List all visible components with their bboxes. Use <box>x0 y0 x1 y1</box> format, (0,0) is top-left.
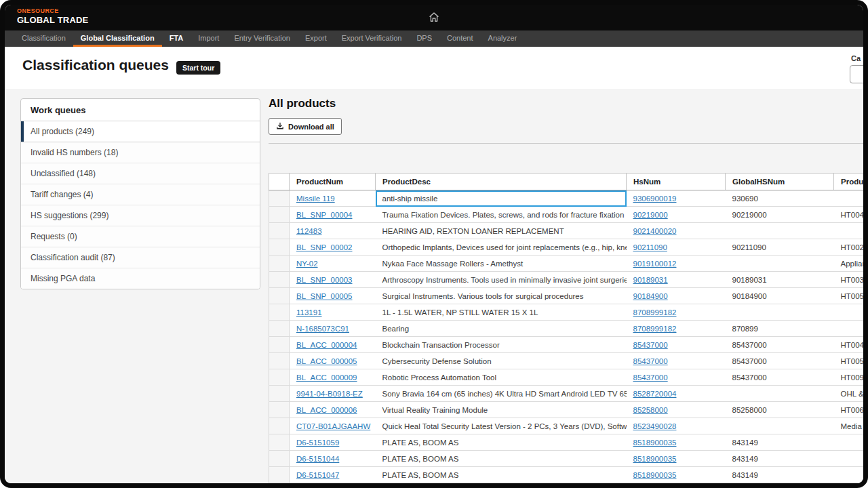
row-select-cell[interactable] <box>269 239 290 256</box>
productdesc-cell[interactable]: Arthroscopy Instruments. Tools used in m… <box>376 272 627 288</box>
work-queue-item[interactable]: Tariff changes (4) <box>21 184 260 205</box>
row-select-cell[interactable] <box>269 386 290 402</box>
row-select-cell[interactable] <box>269 321 290 337</box>
productdesc-cell[interactable]: Bearing <box>376 321 627 337</box>
productnum-link[interactable]: BL_ACC_000005 <box>296 357 357 365</box>
col-productdesc[interactable]: ProductDesc <box>376 174 627 190</box>
hsnum-link[interactable]: 85437000 <box>633 373 668 382</box>
productnum-link[interactable]: 113191 <box>296 308 322 317</box>
productdesc-cell[interactable]: PLATE AS, BOOM AS <box>376 434 627 451</box>
productdesc-cell[interactable]: Virtual Reality Training Module <box>376 402 627 418</box>
productdesc-cell[interactable]: Trauma Fixation Devices. Plates, screws,… <box>376 207 627 223</box>
nav-tab[interactable]: DPS <box>409 30 439 47</box>
productnum-link[interactable]: D6-5151047 <box>296 471 339 479</box>
productdesc-cell[interactable]: Nykaa Face Massage Rollers - Amethyst <box>376 256 627 272</box>
row-select-cell[interactable] <box>269 337 290 353</box>
productnum-link[interactable]: Missile 119 <box>296 195 335 203</box>
hsnum-link[interactable]: 8518900035 <box>633 471 677 479</box>
row-select-cell[interactable] <box>269 288 290 304</box>
row-select-cell[interactable] <box>269 369 290 386</box>
hsnum-link[interactable]: 8528720004 <box>633 390 677 398</box>
work-queue-item[interactable]: Requests (0) <box>21 226 260 247</box>
nav-tab[interactable]: Classification <box>14 30 73 47</box>
hsnum-link[interactable]: 8708999182 <box>633 308 677 317</box>
hsnum-link[interactable]: 85437000 <box>633 357 668 365</box>
col-hsnum[interactable]: HsNum <box>627 174 726 190</box>
productdesc-cell[interactable]: HEARING AID, REXTON LOANER REPLACEMENT <box>376 223 627 239</box>
work-queue-item[interactable]: Classification audit (87) <box>21 247 260 268</box>
nav-tab[interactable]: Export Verification <box>334 30 410 47</box>
row-select-cell[interactable] <box>269 207 290 223</box>
hsnum-link[interactable]: 85258000 <box>633 406 668 414</box>
download-all-button[interactable]: Download all <box>269 118 342 135</box>
nav-tab[interactable]: Global Classification <box>73 30 162 47</box>
hsnum-link[interactable]: 85437000 <box>633 341 668 349</box>
nav-tab[interactable]: FTA <box>162 30 191 47</box>
catalog-select-truncated[interactable] <box>850 65 863 83</box>
work-queue-item[interactable]: Invalid HS numbers (18) <box>21 142 260 163</box>
row-select-cell[interactable] <box>269 451 290 467</box>
hsnum-link[interactable]: 90211090 <box>633 243 667 251</box>
productdesc-cell[interactable]: Blockchain Transaction Processor <box>376 337 627 353</box>
nav-tab[interactable]: Content <box>439 30 481 47</box>
row-select-cell[interactable] <box>269 304 290 321</box>
productnum-link[interactable]: BL_ACC_000006 <box>296 406 357 414</box>
nav-tab[interactable]: Export <box>298 30 334 47</box>
start-tour-button[interactable]: Start tour <box>176 61 220 75</box>
productnum-link[interactable]: 112483 <box>296 227 322 235</box>
productnum-link[interactable]: 9941-04-B0918-EZ <box>296 390 363 398</box>
nav-tab[interactable]: Entry Verification <box>226 30 298 47</box>
work-queue-item[interactable]: All products (249) <box>21 121 260 142</box>
hsnum-link[interactable]: 9306900019 <box>633 195 677 203</box>
hsnum-link[interactable]: 8523490028 <box>633 422 677 430</box>
window-frame: ONESOURCE GLOBAL TRADE Classification Gl… <box>0 0 868 488</box>
productnum-link[interactable]: BL_ACC_000009 <box>296 373 357 382</box>
work-queue-item[interactable]: Missing PGA data <box>21 268 260 289</box>
productnum-link[interactable]: BL_SNP_00003 <box>296 276 352 284</box>
nav-tab[interactable]: Import <box>191 30 226 47</box>
hsnum-link[interactable]: 90184900 <box>633 292 668 300</box>
productdesc-cell[interactable]: anti-ship missile <box>376 190 627 207</box>
productnum-link[interactable]: BL_SNP_00005 <box>296 292 352 300</box>
productnum-link[interactable]: D6-5151044 <box>296 455 339 463</box>
col-globalhsnum[interactable]: GlobalHSNum <box>726 174 834 190</box>
productnum-link[interactable]: N-1685073C91 <box>296 325 349 333</box>
row-select-cell[interactable] <box>269 434 290 451</box>
nav-tab[interactable]: Analyzer <box>481 30 525 47</box>
row-select-cell[interactable] <box>269 353 290 369</box>
productnum-link[interactable]: BL_SNP_00002 <box>296 243 352 251</box>
productdesc-cell[interactable]: PLATE AS, BOOM AS <box>376 451 627 467</box>
productdesc-cell[interactable]: Quick Heal Total Security Latest Version… <box>376 418 627 434</box>
row-select-cell[interactable] <box>269 223 290 239</box>
col-productname[interactable]: ProductNa <box>834 174 864 190</box>
row-select-cell[interactable] <box>269 418 290 434</box>
hsnum-link[interactable]: 9019100012 <box>633 260 677 268</box>
hsnum-link[interactable]: 8518900035 <box>633 439 677 447</box>
work-queue-item[interactable]: HS suggestions (299) <box>21 205 260 226</box>
productnum-link[interactable]: NY-02 <box>296 260 318 268</box>
productnum-link[interactable]: D6-5151059 <box>296 439 339 447</box>
productnum-link[interactable]: BL_SNP_00004 <box>296 211 352 219</box>
hsnum-link[interactable]: 90189031 <box>633 276 668 284</box>
hsnum-link[interactable]: 90219000 <box>633 211 668 219</box>
productdesc-cell[interactable]: Surgical Instruments. Various tools for … <box>376 288 627 304</box>
productnum-link[interactable]: BL_ACC_000004 <box>296 341 357 349</box>
col-productnum[interactable]: ProductNum <box>290 174 376 190</box>
hsnum-link[interactable]: 8708999182 <box>633 325 677 333</box>
work-queue-item[interactable]: Unclassified (148) <box>21 163 260 184</box>
hsnum-link[interactable]: 8518900035 <box>633 455 677 463</box>
row-select-cell[interactable] <box>269 272 290 288</box>
productdesc-cell[interactable]: Orthopedic Implants, Devices used for jo… <box>376 239 627 256</box>
row-select-cell[interactable] <box>269 190 290 207</box>
productdesc-cell[interactable]: PLATE AS, BOOM AS <box>376 467 627 483</box>
row-select-cell[interactable] <box>269 256 290 272</box>
row-select-cell[interactable] <box>269 402 290 418</box>
productdesc-cell[interactable]: 1L - 1.5L WATER, NP STILL WATER 15 X 1L <box>376 304 627 321</box>
productdesc-cell[interactable]: Robotic Process Automation Tool <box>376 369 627 386</box>
productdesc-cell[interactable]: Sony Bravia 164 cm (65 inches) 4K Ultra … <box>376 386 627 402</box>
productnum-link[interactable]: CT07-B01AJGAAHW <box>296 422 370 430</box>
productdesc-cell[interactable]: Cybersecurity Defense Solution <box>376 353 627 369</box>
home-icon[interactable] <box>429 12 440 26</box>
hsnum-link[interactable]: 9021400020 <box>633 227 677 235</box>
row-select-cell[interactable] <box>269 467 290 483</box>
